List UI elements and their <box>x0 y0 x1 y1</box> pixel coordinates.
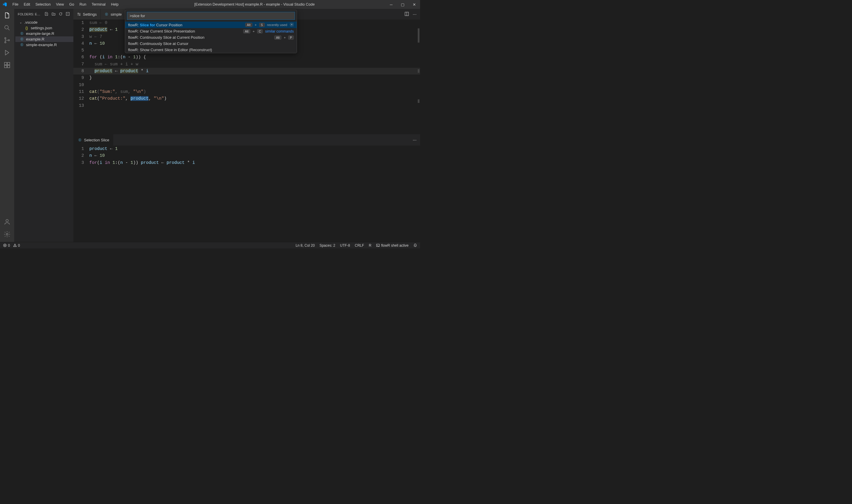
tab-label: simple <box>111 12 122 17</box>
line-content[interactable]: cat("Sum:", sum, "\n") <box>89 88 420 95</box>
status-eol[interactable]: CRLF <box>355 244 364 248</box>
tab-settings[interactable]: Settings <box>73 9 101 19</box>
source-control-icon[interactable] <box>3 37 11 44</box>
svg-point-8 <box>6 219 8 222</box>
refresh-icon[interactable] <box>58 12 63 17</box>
line-content[interactable]: n ← 10 <box>89 152 420 159</box>
code-line[interactable]: 8 product ← product * i <box>73 68 420 74</box>
statusbar: 0 0 Ln 8, Col 20 Spaces: 2 UTF-8 CRLF R … <box>0 242 420 249</box>
accounts-icon[interactable] <box>3 218 11 226</box>
line-number: 1 <box>73 145 89 152</box>
command-palette-item[interactable]: flowR: Continuously Slice at Cursor <box>125 40 297 47</box>
code-line[interactable]: 3for(i in 1:(n - 1)) product ← product *… <box>73 159 420 166</box>
svg-point-1 <box>5 38 6 39</box>
palette-item-label: flowR: Show Current Slice in Editor (Rec… <box>128 48 294 52</box>
status-bell-icon[interactable] <box>413 244 417 247</box>
line-number: 13 <box>73 102 89 109</box>
run-debug-icon[interactable] <box>3 49 11 56</box>
search-icon[interactable] <box>3 24 11 31</box>
explorer-sidebar: FOLDERS: E… ⌄ .vscode {} settings.json ®… <box>14 9 73 242</box>
code-line[interactable]: 11cat("Sum:", sum, "\n") <box>73 88 420 95</box>
line-content[interactable] <box>89 82 420 88</box>
extensions-icon[interactable] <box>3 61 11 69</box>
command-palette-item[interactable]: flowR: Show Current Slice in Editor (Rec… <box>125 47 297 53</box>
menu-go[interactable]: Go <box>67 1 77 8</box>
svg-rect-4 <box>4 62 7 65</box>
new-folder-icon[interactable] <box>52 12 56 17</box>
folder-vscode[interactable]: ⌄ .vscode <box>15 19 73 25</box>
line-content[interactable]: product ← 1 <box>89 145 420 152</box>
line-number: 6 <box>73 54 89 61</box>
svg-rect-16 <box>377 244 380 246</box>
status-warnings[interactable]: 0 <box>13 244 20 248</box>
line-content[interactable]: for (i in 1:(n - 1)) { <box>89 54 420 61</box>
menu-run[interactable]: Run <box>77 1 89 8</box>
file-settings-json[interactable]: {} settings.json <box>15 25 73 31</box>
file-tree: ⌄ .vscode {} settings.json ® example-lar… <box>14 19 73 48</box>
tab-selection-slice[interactable]: ® Selection Slice <box>73 134 113 145</box>
status-flowr[interactable]: flowR shell active <box>376 244 409 248</box>
line-content[interactable]: } <box>89 74 420 81</box>
status-language[interactable]: R <box>369 244 371 248</box>
new-file-icon[interactable] <box>44 12 49 17</box>
command-palette-item[interactable]: flowR: Clear Current Slice PresentationA… <box>125 28 297 34</box>
status-ln-col[interactable]: Ln 8, Col 20 <box>295 244 315 248</box>
svg-rect-5 <box>7 62 10 65</box>
menu-terminal[interactable]: Terminal <box>89 1 108 8</box>
code-line[interactable]: 12cat("Product:", product, "\n") <box>73 95 420 102</box>
status-spaces[interactable]: Spaces: 2 <box>320 244 335 248</box>
file-example-large[interactable]: ® example-large.R <box>15 31 73 36</box>
minimap[interactable] <box>418 29 419 103</box>
menu-view[interactable]: View <box>54 1 66 8</box>
menu-edit[interactable]: Edit <box>21 1 33 8</box>
menu-selection[interactable]: Selection <box>33 1 53 8</box>
settings-icon <box>77 12 81 16</box>
line-number: 4 <box>73 40 89 47</box>
code-line[interactable]: 2n ← 10 <box>73 152 420 159</box>
code-line[interactable]: 7 sum ← sum + i + w <box>73 61 420 68</box>
code-line[interactable]: 6for (i in 1:(n - 1)) { <box>73 54 420 61</box>
code-line[interactable]: 13 <box>73 102 420 109</box>
palette-item-label: flowR: Slice for Cursor Position <box>128 23 245 27</box>
line-content[interactable]: for(i in 1:(n - 1)) product ← product * … <box>89 159 420 166</box>
svg-point-11 <box>78 13 79 14</box>
command-palette-item[interactable]: flowR: Slice for Cursor PositionAlt+Srec… <box>125 22 297 28</box>
line-content[interactable] <box>89 102 420 109</box>
file-simple-example[interactable]: ® simple-example.R <box>15 42 73 48</box>
split-editor-icon[interactable] <box>404 12 409 17</box>
status-errors[interactable]: 0 <box>3 244 10 248</box>
command-palette-item[interactable]: flowR: Continuously Slice at Current Pos… <box>125 34 297 40</box>
editor-bottom-content[interactable]: 1product ← 12n ← 103for(i in 1:(n - 1)) … <box>73 145 420 166</box>
svg-point-12 <box>79 15 80 16</box>
palette-meta-link[interactable]: similar commands <box>265 29 294 33</box>
code-line[interactable]: 10 <box>73 82 420 88</box>
line-number: 9 <box>73 74 89 81</box>
maximize-icon[interactable]: ▢ <box>399 2 406 7</box>
tab-label: Selection Slice <box>84 138 109 142</box>
gear-icon[interactable] <box>290 22 294 27</box>
explorer-icon[interactable] <box>3 12 11 19</box>
line-content[interactable]: sum ← sum + i + w <box>89 61 420 68</box>
r-file-icon: ® <box>19 42 24 47</box>
file-label: example.R <box>26 37 44 41</box>
line-content[interactable]: product ← product * i <box>89 68 420 74</box>
collapse-icon[interactable] <box>66 12 70 17</box>
more-icon[interactable]: ⋯ <box>409 134 420 145</box>
command-palette-input[interactable] <box>127 12 295 20</box>
menu-help[interactable]: Help <box>109 1 121 8</box>
svg-point-3 <box>8 40 10 41</box>
minimize-icon[interactable]: ─ <box>388 2 394 7</box>
code-line[interactable]: 9} <box>73 74 420 81</box>
keyboard-shortcut: S <box>259 23 265 27</box>
file-example-r[interactable]: ® example.R <box>15 36 73 42</box>
line-number: 11 <box>73 88 89 95</box>
svg-point-0 <box>5 25 8 29</box>
gear-icon[interactable] <box>3 231 11 238</box>
status-encoding[interactable]: UTF-8 <box>340 244 350 248</box>
line-content[interactable]: cat("Product:", product, "\n") <box>89 95 420 102</box>
menu-file[interactable]: File <box>10 1 21 8</box>
more-icon[interactable]: ⋯ <box>413 12 417 17</box>
code-line[interactable]: 1product ← 1 <box>73 145 420 152</box>
close-icon[interactable]: ✕ <box>411 2 418 7</box>
tab-simple[interactable]: ® simple <box>101 9 126 19</box>
